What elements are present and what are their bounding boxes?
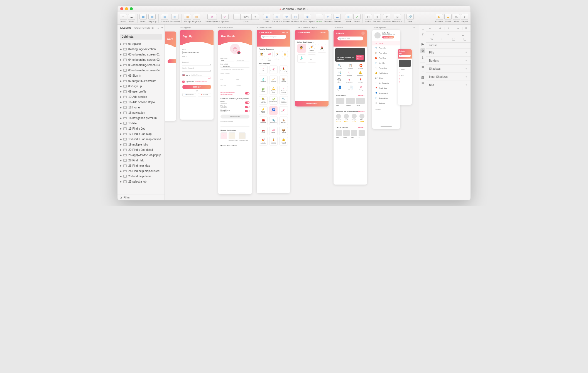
outlines-button[interactable]: ◫ — [291, 14, 299, 20]
disclosure-triangle-icon[interactable]: ▶ — [120, 117, 122, 119]
page-chip[interactable]: JobInsta — [120, 34, 162, 40]
ungroup2-button[interactable]: ▥ — [193, 14, 200, 20]
scissors-button[interactable]: ✂ — [325, 14, 332, 20]
data-button[interactable]: ☁ ▾ — [128, 14, 135, 20]
artboard-label[interactable]: 11-Add service step-2 — [295, 26, 329, 29]
share-icon[interactable]: ⇪ — [421, 32, 424, 36]
disclosure-triangle-icon[interactable]: ▶ — [120, 69, 122, 72]
align-middle-icon[interactable]: ⫟ — [452, 26, 454, 30]
disclosure-triangle-icon[interactable]: ▶ — [120, 144, 122, 146]
disclosure-triangle-icon[interactable]: ▶ — [120, 159, 122, 162]
align-icon[interactable]: ⎯ — [422, 26, 424, 30]
play-icon[interactable]: ▶ — [422, 42, 424, 46]
subtract-button[interactable]: ◨ — [374, 14, 381, 20]
artboard-14-sliver[interactable]: 14 — [413, 26, 415, 30]
preview-button[interactable]: ▶ — [436, 14, 443, 20]
swatch-b[interactable] — [464, 38, 466, 41]
disclosure-triangle-icon[interactable]: ▶ — [120, 138, 122, 141]
disclosure-triangle-icon[interactable]: ▶ — [120, 96, 122, 98]
export-icon[interactable]: ⤓ — [421, 55, 424, 59]
group-button[interactable]: ▦ — [139, 14, 147, 20]
disclosure-triangle-icon[interactable]: ▶ — [120, 75, 122, 77]
zoom-value[interactable]: 50% — [241, 14, 252, 20]
align-center-icon[interactable]: ⫟ — [434, 26, 437, 30]
layer-row[interactable]: ▶07-forgot-ID-Password — [117, 78, 165, 84]
rotate-button[interactable]: ⟲ — [283, 14, 290, 20]
create-symbol-button[interactable]: ⟳ — [207, 14, 217, 20]
disclosure-triangle-icon[interactable]: ▶ — [120, 149, 122, 151]
chevron-down-icon[interactable]: ⌄ — [465, 44, 468, 47]
layers-list[interactable]: ▶01-Splash▶02-language-selection▶03-onbo… — [117, 41, 165, 195]
group2-button[interactable]: ▦ — [184, 14, 191, 20]
artboard-label[interactable]: 08-Sign up — [180, 26, 214, 29]
inspector-panel[interactable]: Shadows＋ — [426, 65, 471, 73]
union-button[interactable]: ◧ — [365, 14, 372, 20]
disclosure-triangle-icon[interactable]: ▶ — [120, 122, 122, 125]
align-left-icon[interactable]: ⫠ — [428, 26, 431, 30]
artboard-label[interactable]: 13-navigation — [372, 26, 400, 29]
layer-row[interactable]: ▶08-Sign up — [117, 84, 165, 89]
disclosure-triangle-icon[interactable]: ▶ — [120, 181, 122, 183]
artboard-label[interactable]: 12-Home — [334, 26, 367, 29]
layer-row[interactable]: ▶26-select a job — [117, 179, 165, 184]
difference-button[interactable]: ◪ — [394, 14, 401, 20]
ungroup-button[interactable]: ▥ — [148, 14, 156, 20]
filter-icon[interactable]: ◔ — [120, 196, 122, 199]
add-icon[interactable]: ⊞ — [422, 81, 424, 84]
layer-row[interactable]: ▶25-Find help detail — [117, 174, 165, 179]
disclosure-triangle-icon[interactable]: ▶ — [120, 48, 122, 50]
cloud-button[interactable]: ☁ — [444, 14, 452, 20]
backward-button[interactable]: ▥ — [171, 14, 178, 20]
gear-icon[interactable]: ⚙ — [420, 48, 425, 53]
artboard-12-home[interactable]: 12-Home JobInsta 🔍 Search here... Get In… — [334, 26, 367, 185]
image-icon[interactable]: 🖼 — [421, 76, 424, 79]
zoom-out-button[interactable]: − — [233, 14, 241, 20]
transform-button[interactable]: ▭ — [273, 14, 280, 20]
intersect-button[interactable]: ◩ — [383, 14, 390, 20]
layer-row[interactable]: ▶05-onboarding-screen-03 — [117, 62, 165, 68]
layer-row[interactable]: ▶15-filter — [117, 121, 165, 126]
disclosure-triangle-icon[interactable]: ▶ — [120, 43, 122, 45]
artboard-11-add-service-step2[interactable]: 11-Add service step-2 ← Add Services Ste… — [295, 26, 329, 106]
flatten-button[interactable]: ▬ — [334, 14, 341, 20]
canvas[interactable]: word 08-Sign up ←Sign Up Email john.doe@… — [165, 25, 419, 200]
layer-row[interactable]: ▶09-user-profile — [117, 89, 165, 94]
zoom-in-button[interactable]: ＋ — [252, 14, 259, 20]
inspector-panel[interactable]: Blur＋ — [426, 81, 471, 89]
scale-button[interactable]: ⤢ — [353, 14, 361, 20]
disclosure-triangle-icon[interactable]: ▶ — [120, 106, 122, 109]
layer-row[interactable]: ▶24-Find help map-clicked — [117, 168, 165, 174]
layer-row[interactable]: ▶13-navigation — [117, 110, 165, 115]
forward-button[interactable]: ▤ — [161, 14, 168, 20]
chevron-down-icon[interactable]: ⌄ — [307, 8, 309, 10]
layer-row[interactable]: ▶18-Find a Job map-clicked — [117, 137, 165, 142]
disclosure-triangle-icon[interactable]: ▶ — [120, 170, 122, 172]
disclosure-triangle-icon[interactable]: ▶ — [120, 154, 122, 156]
layer-row[interactable]: ▶20-Find a Job detail — [117, 147, 165, 152]
layer-row[interactable]: ▶23-Find help Map — [117, 163, 165, 168]
artboard-13-navigation[interactable]: 13-navigation John Doe john.doe@gmail.co… — [372, 26, 400, 129]
layer-row[interactable]: ▶14-navigation premium — [117, 115, 165, 121]
disclosure-triangle-icon[interactable]: ▶ — [120, 64, 122, 66]
layer-row[interactable]: ▶21-apply-for-the job popup — [117, 152, 165, 158]
layer-row[interactable]: ▶10-Add sercice — [117, 94, 165, 100]
distribute-icon[interactable]: ≡ — [465, 26, 467, 30]
add-icon[interactable]: ＋ — [465, 59, 468, 62]
link-button[interactable]: 🔗 — [406, 14, 414, 20]
align-bottom-icon[interactable]: ⫠ — [457, 26, 460, 30]
tab-components[interactable]: COMPONENTS — [134, 26, 154, 30]
layer-row[interactable]: ▶03-onboarding-screen-01 — [117, 52, 165, 57]
rotate-copies-button[interactable]: ✻ — [304, 14, 311, 20]
mask-button[interactable]: ◑ — [345, 14, 352, 20]
pages-dropdown-icon[interactable]: ▾ — [161, 26, 163, 30]
artboard-08-sign-up[interactable]: 08-Sign up ←Sign Up Email john.doe@gmail… — [180, 26, 214, 120]
layer-row[interactable]: ▶02-language-selection — [117, 47, 165, 52]
artboard-09-user-profile[interactable]: 09-user-profile ←User Profile ◓ 📷 First … — [218, 26, 252, 194]
arrow-button[interactable]: → — [316, 14, 323, 20]
add-icon[interactable]: ＋ — [465, 50, 468, 54]
layer-row[interactable]: ▶01-Splash — [117, 41, 165, 47]
artboard-label[interactable]: 09-user-profile — [218, 26, 252, 29]
disclosure-triangle-icon[interactable]: ▶ — [120, 128, 122, 130]
artboard-label[interactable]: 14 — [413, 26, 415, 29]
align-right-icon[interactable]: ⫡ — [439, 26, 442, 30]
